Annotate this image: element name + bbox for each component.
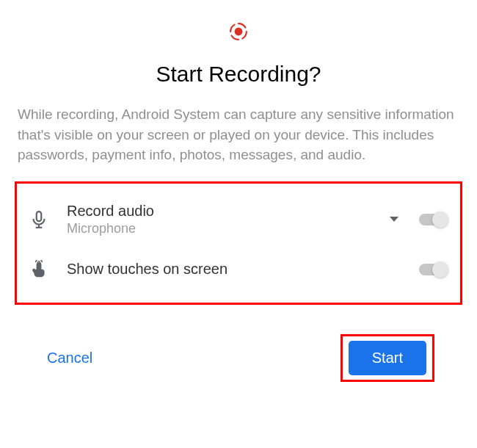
options-highlight-box: Record audio Microphone Show touches on … — [15, 181, 462, 305]
dialog-warning-text: While recording, Android System can capt… — [15, 104, 462, 165]
record-icon-wrap — [15, 22, 462, 41]
start-recording-dialog: Start Recording? While recording, Androi… — [0, 0, 477, 397]
chevron-down-icon[interactable] — [390, 217, 398, 222]
dialog-title: Start Recording? — [15, 62, 462, 87]
record-audio-text: Record audio Microphone — [67, 203, 390, 236]
touch-icon — [27, 260, 51, 279]
microphone-icon — [27, 210, 51, 229]
show-touches-toggle[interactable] — [419, 264, 445, 275]
start-highlight-box: Start — [341, 334, 434, 382]
show-touches-row[interactable]: Show touches on screen — [24, 254, 453, 285]
dialog-actions: Cancel Start — [15, 334, 462, 382]
record-audio-label: Record audio — [67, 203, 390, 220]
show-touches-text: Show touches on screen — [67, 261, 419, 278]
record-audio-toggle[interactable] — [419, 214, 445, 225]
record-audio-sub: Microphone — [67, 221, 390, 236]
record-icon — [229, 22, 248, 41]
svg-rect-1 — [37, 212, 42, 221]
start-button[interactable]: Start — [349, 341, 426, 375]
cancel-button[interactable]: Cancel — [43, 342, 97, 374]
record-audio-row[interactable]: Record audio Microphone — [24, 197, 453, 242]
svg-point-0 — [235, 28, 243, 36]
show-touches-label: Show touches on screen — [67, 261, 419, 278]
